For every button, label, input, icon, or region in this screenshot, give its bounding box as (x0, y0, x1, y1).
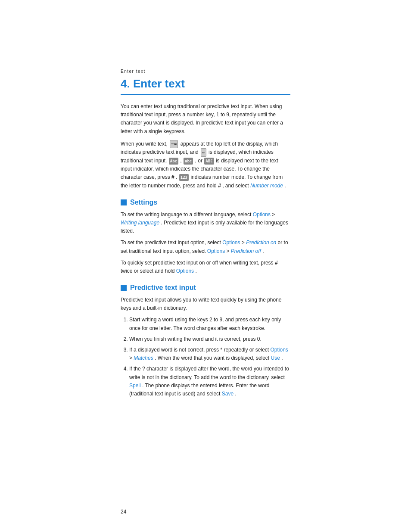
settings-p1-sep1: > (272, 212, 275, 218)
list-item-4-before: If the ? character is displayed after th… (129, 366, 289, 380)
list-item-3-before: If a displayed word is not correct, pres… (129, 347, 271, 353)
predictive-square-icon (121, 285, 127, 291)
list-item-3-middle: . When the word that you want is display… (155, 355, 271, 361)
abc-badge-lower: abc (184, 158, 193, 165)
hash-key-3: # (275, 260, 278, 266)
options-link-2[interactable]: Options (222, 240, 240, 246)
settings-para-2: To set the predictive text input option,… (121, 239, 290, 255)
use-link[interactable]: Use (271, 355, 280, 361)
number-mode-link[interactable]: Number mode (250, 183, 283, 189)
predictive-list: Start writing a word using the keys 2 to… (129, 316, 290, 398)
page-container: Enter text 4. Enter text You can enter t… (0, 0, 411, 532)
list-item-2-text: When you finish writing the word and it … (129, 336, 262, 342)
settings-para-3: To quickly set predictive text input on … (121, 259, 290, 275)
page-number: 24 (121, 509, 126, 515)
settings-p2-before: To set the predictive text input option,… (121, 240, 222, 246)
settings-p3-middle: twice or select and hold (121, 268, 176, 274)
list-item-1-text: Start writing a word using the keys 2 to… (129, 317, 281, 331)
settings-title: Settings (130, 199, 157, 206)
chapter-title-text: Enter text (133, 77, 185, 90)
settings-p3-before: To quickly set predictive text input on … (121, 260, 275, 266)
intro-p2-part7: , and select (222, 183, 250, 189)
list-item-1: Start writing a word using the keys 2 to… (129, 316, 290, 332)
chapter-number: 4. (121, 77, 130, 90)
intro-p2-part1: When you write text, (121, 141, 169, 147)
abc-badge-caps: ABC (204, 158, 214, 165)
intro-paragraph-2: When you write text, ≡≈ appears at the t… (121, 140, 290, 190)
settings-para-1: To set the writing language to a differe… (121, 211, 290, 236)
options-link-5[interactable]: Options (271, 347, 288, 353)
list-item-4-after: . (235, 391, 236, 397)
settings-p2-sep1: > (242, 240, 246, 246)
predictive-section-heading: Predictive text input (121, 284, 290, 292)
comma-sep: , (180, 158, 183, 164)
prediction-off-link[interactable]: Prediction off (231, 248, 261, 254)
abc-badge-upper: Abc (169, 158, 178, 165)
list-item-3-sep: > (129, 355, 134, 361)
matches-link[interactable]: Matches (134, 355, 153, 361)
options-link-1[interactable]: Options (253, 212, 271, 218)
list-item-2: When you finish writing the word and it … (129, 335, 290, 343)
settings-p2-after: . (262, 248, 264, 254)
intro-p2-end: . (284, 183, 286, 189)
intro-p2-part5b: . (176, 174, 179, 180)
save-link[interactable]: Save (222, 391, 234, 397)
settings-p1-before: To set the writing language to a differe… (121, 212, 253, 218)
list-item-4-middle: . The phone displays the entered letters… (129, 383, 269, 397)
hash-key-2: # (218, 183, 221, 189)
predictive-icon: ≡≈ (170, 140, 178, 149)
options-link-3[interactable]: Options (207, 248, 225, 254)
breadcrumb: Enter text (121, 69, 290, 74)
list-item-3-after: . (281, 355, 283, 361)
spell-link[interactable]: Spell (129, 383, 141, 389)
predictive-intro: Predictive text input allows you to writ… (121, 296, 290, 312)
intro-paragraph-1: You can enter text using traditional or … (121, 103, 290, 136)
options-link-4[interactable]: Options (176, 268, 194, 274)
traditional-icon: ✏ (201, 148, 206, 157)
settings-section-heading: Settings (121, 199, 290, 206)
hash-key-1: # (171, 174, 174, 180)
prediction-on-link[interactable]: Prediction on (246, 240, 276, 246)
num-badge: 123 (179, 174, 189, 181)
writing-language-link[interactable]: Writing language (121, 220, 159, 226)
or-sep: , or (195, 158, 204, 164)
list-item-4: If the ? character is displayed after th… (129, 365, 290, 398)
settings-square-icon (121, 199, 127, 205)
settings-p2-sep2: > (227, 248, 231, 254)
settings-p3-after: . (195, 268, 196, 274)
list-item-3: If a displayed word is not correct, pres… (129, 346, 290, 362)
predictive-title: Predictive text input (130, 284, 196, 292)
chapter-title: 4. Enter text (121, 77, 290, 95)
